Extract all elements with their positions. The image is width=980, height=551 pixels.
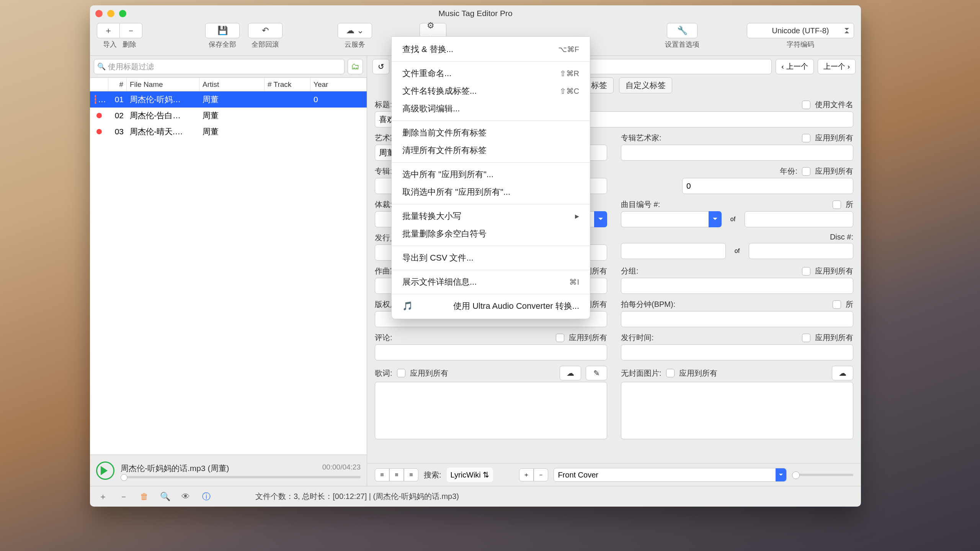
cover-add-button[interactable]: ＋ — [519, 468, 534, 481]
label-no-cover: 无封面图片: — [621, 368, 662, 378]
chk-album-artist-all[interactable] — [802, 134, 810, 142]
next-button[interactable]: 上一个 › — [818, 59, 856, 74]
input-comment[interactable] — [375, 344, 607, 360]
chk-cover-all[interactable] — [666, 369, 675, 377]
mi-show-file-info[interactable]: 展示文件详细信息...⌘I — [392, 273, 590, 291]
col-artist[interactable]: Artist — [199, 78, 265, 91]
tab-custom-tags[interactable]: 自定义标签 — [619, 77, 672, 93]
info-icon[interactable]: ⓘ — [199, 490, 214, 503]
mi-rename[interactable]: 文件重命名...⇧⌘R — [392, 65, 590, 82]
input-year[interactable]: 0 — [682, 178, 853, 194]
chk-track-all[interactable] — [833, 201, 841, 209]
genre-dropdown-icon[interactable] — [594, 211, 607, 227]
player-track-name: 周杰伦-听妈妈的话.mp3 (周董) — [121, 463, 229, 474]
mi-select-all-apply[interactable]: 选中所有 "应用到所有"... — [392, 166, 590, 183]
label-disc-no: Disc #: — [830, 233, 853, 241]
align-left-button[interactable]: ≡ — [375, 468, 389, 481]
zoom-icon[interactable] — [119, 10, 126, 17]
history-button[interactable]: ↺ — [372, 59, 389, 74]
file-list-panel: 使用标题过滤 🗂︎ # File Name Artist # Track Yea… — [90, 56, 367, 486]
trash-icon[interactable]: 🗑 — [137, 490, 152, 503]
table-row[interactable]: 02周杰伦-告白…周董 — [90, 108, 367, 124]
label-use-filename: 使用文件名 — [815, 99, 853, 110]
mi-batch-case[interactable]: 批量转换大小写 — [392, 207, 590, 225]
cloud-label: 云服务 — [345, 40, 365, 49]
chk-comment-all[interactable] — [556, 334, 564, 342]
input-track-total[interactable] — [745, 211, 854, 227]
align-center-button[interactable]: ≡ — [389, 468, 404, 481]
add-filter-button[interactable]: 🗂︎ — [348, 59, 363, 74]
mi-find-replace[interactable]: 查找 & 替换...⌥⌘F — [392, 41, 590, 58]
sb-zoom-button[interactable]: 🔍 — [157, 490, 173, 503]
prefs-button[interactable]: 🔧 — [667, 23, 697, 38]
lyrics-edit-button[interactable]: ✎ — [586, 366, 607, 380]
label-album: 专辑: — [375, 166, 392, 176]
chk-lyrics-all[interactable] — [397, 369, 405, 377]
encoding-select[interactable]: Unicode (UTF-8) — [747, 23, 854, 38]
minimize-icon[interactable] — [107, 10, 114, 17]
cover-type-select[interactable]: Front Cover — [554, 468, 787, 482]
play-button[interactable] — [96, 461, 114, 480]
chk-year-all[interactable] — [802, 167, 810, 176]
input-album-artist[interactable] — [621, 145, 853, 161]
label-release: 发行时间: — [621, 333, 654, 343]
save-all-label: 保存全部 — [209, 40, 236, 49]
revert-all-button[interactable]: ↶ — [248, 23, 283, 38]
col-file[interactable]: File Name — [127, 78, 199, 91]
encoding-label: 字符编码 — [787, 40, 814, 49]
input-track-no[interactable] — [621, 211, 709, 227]
track-dropdown-icon[interactable] — [709, 211, 722, 227]
mi-del-cur-tags[interactable]: 删除当前文件所有标签 — [392, 124, 590, 142]
cover-image-box[interactable] — [621, 382, 853, 439]
col-year[interactable]: Year — [310, 78, 367, 91]
mi-deselect-all-apply[interactable]: 取消选中所有 "应用到所有"... — [392, 183, 590, 201]
chk-use-filename[interactable] — [802, 101, 810, 109]
table-row[interactable]: ┇┃┇01周杰伦-听妈…周董0 — [90, 91, 367, 108]
label-track-no: 曲目编号 #: — [621, 199, 660, 210]
col-num[interactable]: # — [108, 78, 127, 91]
filter-input[interactable]: 使用标题过滤 — [94, 59, 345, 74]
mi-export-csv[interactable]: 导出到 CSV 文件... — [392, 249, 590, 267]
mi-adv-lyrics[interactable]: 高级歌词编辑... — [392, 100, 590, 117]
eye-icon[interactable]: 👁 — [178, 490, 193, 503]
cover-cloud-button[interactable]: ☁︎ — [832, 366, 853, 380]
window-title: Music Tag Editor Pro — [438, 9, 512, 18]
mi-clean-all-tags[interactable]: 清理所有文件所有标签 — [392, 142, 590, 159]
delete-button[interactable]: － — [119, 23, 142, 38]
player-progress[interactable] — [121, 476, 361, 478]
mi-fname-to-tag[interactable]: 文件名转换成标签...⇧⌘C — [392, 82, 590, 100]
textarea-lyrics[interactable] — [375, 382, 607, 439]
input-bpm[interactable] — [621, 311, 853, 327]
sb-add-button[interactable]: ＋ — [95, 490, 111, 503]
player: 周杰伦-听妈妈的话.mp3 (周董) 00:00/04:23 — [90, 455, 367, 486]
input-group[interactable] — [621, 278, 853, 294]
input-disc-no[interactable] — [621, 243, 726, 259]
align-right-button[interactable]: ≡ — [404, 468, 418, 481]
mi-ultra-convert[interactable]: 🎵 使用 Ultra Audio Converter 转换... — [392, 297, 590, 315]
sb-remove-button[interactable]: － — [116, 490, 131, 503]
gear-menu-button[interactable]: ⚙︎ ⌄ — [420, 23, 446, 38]
col-track[interactable]: # Track — [265, 78, 310, 91]
save-all-button[interactable]: 💾 — [205, 23, 240, 38]
table-row[interactable]: 03周杰伦-晴天.…周董 — [90, 124, 367, 140]
mi-batch-trim[interactable]: 批量删除多余空白符号 — [392, 225, 590, 243]
titlebar: Music Tag Editor Pro — [90, 5, 861, 21]
chk-release-all[interactable] — [802, 334, 810, 342]
label-genre: 体裁: — [375, 199, 392, 210]
status-bar: ＋ － 🗑 🔍 👁 ⓘ 文件个数：3, 总时长：[00:12:27] | (周杰… — [90, 486, 861, 507]
chk-bpm-all[interactable] — [833, 300, 841, 309]
close-icon[interactable] — [95, 10, 103, 17]
file-table: # File Name Artist # Track Year ┇┃┇01周杰伦… — [90, 77, 367, 455]
revert-all-label: 全部回滚 — [252, 40, 279, 49]
chk-group-all[interactable] — [802, 267, 810, 276]
input-release[interactable] — [621, 344, 853, 360]
lyrics-cloud-button[interactable]: ☁︎ — [560, 366, 581, 380]
cover-remove-button[interactable]: － — [534, 468, 548, 481]
lyric-source-select[interactable]: LyricWiki ⇅ — [447, 468, 493, 482]
import-button[interactable]: ＋ — [97, 23, 119, 38]
input-disc-total[interactable] — [749, 243, 854, 259]
prev-button[interactable]: ‹ 上一个 — [776, 59, 813, 74]
traffic-lights — [95, 10, 126, 17]
cloud-button[interactable]: ☁︎ ⌄ — [338, 23, 372, 38]
cover-zoom-slider[interactable] — [792, 474, 853, 476]
